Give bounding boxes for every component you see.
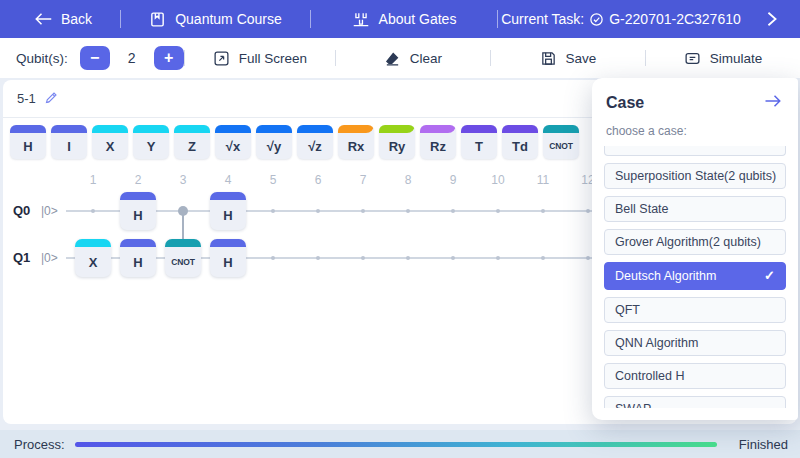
wire-dot bbox=[91, 209, 95, 213]
case-panel-title: Case bbox=[606, 94, 644, 112]
palette-gate-z[interactable]: Z bbox=[174, 125, 210, 159]
clear-button[interactable]: Clear bbox=[336, 38, 490, 78]
save-button[interactable]: Save bbox=[491, 38, 645, 78]
case-item-qft[interactable]: QFT bbox=[604, 297, 786, 323]
gate-label: H bbox=[10, 133, 46, 159]
case-item-partial[interactable] bbox=[604, 146, 786, 156]
task-label: Current Task: bbox=[501, 11, 584, 27]
app-header: Back Quantum Course About Gates Current … bbox=[0, 0, 800, 38]
circuit-gate-q1-col2[interactable]: H bbox=[120, 239, 156, 277]
case-list: Superposition State(2 qubits) Bell State… bbox=[604, 146, 786, 408]
current-task[interactable]: Current Task: G-220701-2C327610 bbox=[498, 0, 744, 38]
gate-color-strip bbox=[420, 125, 456, 133]
palette-gate-ry[interactable]: Ry bbox=[379, 125, 415, 159]
gate-label: H bbox=[210, 247, 246, 277]
gate-color-strip bbox=[120, 239, 156, 247]
edit-pencil-icon[interactable] bbox=[44, 90, 59, 108]
case-item-deutsch-selected[interactable]: Deutsch Algorithm ✓ bbox=[604, 262, 786, 290]
gate-color-strip bbox=[174, 125, 210, 133]
gate-color-strip bbox=[543, 125, 579, 133]
toolbar: Qubit(s): − 2 + Full Screen Clear Save S… bbox=[0, 38, 800, 78]
gates-chart-icon bbox=[352, 11, 370, 27]
wire-dot bbox=[586, 209, 590, 213]
case-item-bell-state[interactable]: Bell State bbox=[604, 196, 786, 222]
palette-gate-td[interactable]: Td bbox=[502, 125, 538, 159]
cnot-control-dot[interactable] bbox=[178, 206, 188, 216]
palette-gate-y[interactable]: Y bbox=[133, 125, 169, 159]
circuit-gate-q0-col4[interactable]: H bbox=[210, 192, 246, 230]
course-label: Quantum Course bbox=[175, 11, 282, 27]
gate-color-strip bbox=[120, 192, 156, 200]
gate-color-strip bbox=[210, 192, 246, 200]
eraser-icon bbox=[384, 50, 401, 67]
qubit-plus-button[interactable]: + bbox=[154, 46, 184, 70]
collapse-arrow-icon[interactable] bbox=[764, 94, 782, 112]
palette-gate-h[interactable]: H bbox=[10, 125, 46, 159]
gate-label: Rx bbox=[338, 133, 374, 159]
full-screen-button[interactable]: Full Screen bbox=[185, 38, 335, 78]
gate-label: H bbox=[120, 247, 156, 277]
chevron-right-icon bbox=[766, 11, 778, 27]
process-footer: Process: Finished bbox=[0, 430, 800, 458]
gate-color-strip bbox=[215, 125, 251, 133]
gate-color-strip bbox=[297, 125, 333, 133]
gate-label: Y bbox=[133, 133, 169, 159]
circuit-gate-q1-col3-cnot[interactable]: CNOT bbox=[165, 239, 201, 277]
gate-label: T bbox=[461, 133, 497, 159]
palette-gate-rx[interactable]: Rx bbox=[338, 125, 374, 159]
wire-dot bbox=[496, 209, 500, 213]
gate-label: H bbox=[210, 200, 246, 230]
back-button[interactable]: Back bbox=[0, 0, 120, 38]
qubit-ket-q0: |0> bbox=[41, 204, 58, 218]
column-number: 2 bbox=[116, 173, 160, 187]
progress-bar bbox=[75, 442, 717, 447]
palette-gate-t[interactable]: T bbox=[461, 125, 497, 159]
palette-gate-cnot[interactable]: CNOT bbox=[543, 125, 579, 159]
column-number: 4 bbox=[206, 173, 250, 187]
gate-label: √z bbox=[297, 133, 333, 159]
palette-gate-sqrt-x[interactable]: √x bbox=[215, 125, 251, 159]
gate-color-strip bbox=[92, 125, 128, 133]
task-next-button[interactable] bbox=[744, 0, 800, 38]
gate-label: H bbox=[120, 200, 156, 230]
palette-gate-x[interactable]: X bbox=[92, 125, 128, 159]
case-item-controlled-h[interactable]: Controlled H bbox=[604, 363, 786, 389]
qubit-label-q1: Q1 bbox=[13, 250, 30, 265]
column-number: 3 bbox=[161, 173, 205, 187]
simulate-label: Simulate bbox=[710, 51, 763, 66]
gate-color-strip bbox=[75, 239, 111, 247]
case-item-swap[interactable]: SWAP bbox=[604, 396, 786, 408]
wire-dot bbox=[361, 209, 365, 213]
case-item-grover[interactable]: Grover Algorithm(2 qubits) bbox=[604, 229, 786, 255]
palette-gate-sqrt-y[interactable]: √y bbox=[256, 125, 292, 159]
circuit-gate-q1-col1[interactable]: X bbox=[75, 239, 111, 277]
column-number: 8 bbox=[386, 173, 430, 187]
about-gates-label: About Gates bbox=[379, 11, 457, 27]
case-item-superposition[interactable]: Superposition State(2 qubits) bbox=[604, 163, 786, 189]
qubit-minus-button[interactable]: − bbox=[80, 46, 110, 70]
circuit-gate-q0-col2[interactable]: H bbox=[120, 192, 156, 230]
circuit-gate-q1-col4[interactable]: H bbox=[210, 239, 246, 277]
palette-gate-i[interactable]: I bbox=[51, 125, 87, 159]
column-number: 7 bbox=[341, 173, 385, 187]
task-check-circle-icon bbox=[589, 12, 604, 27]
simulate-button[interactable]: Simulate bbox=[646, 38, 800, 78]
progress-bar-fill bbox=[75, 442, 717, 447]
palette-gate-rz[interactable]: Rz bbox=[420, 125, 456, 159]
wire-dot bbox=[451, 256, 455, 260]
wire-dot bbox=[586, 256, 590, 260]
case-item-qnn[interactable]: QNN Algorithm bbox=[604, 330, 786, 356]
column-number: 1 bbox=[71, 173, 115, 187]
gate-label: Z bbox=[174, 133, 210, 159]
circuit-name: 5-1 bbox=[17, 91, 36, 106]
gate-label: X bbox=[75, 247, 111, 277]
quantum-course-button[interactable]: Quantum Course bbox=[121, 0, 310, 38]
column-number: 9 bbox=[431, 173, 475, 187]
palette-gate-sqrt-z[interactable]: √z bbox=[297, 125, 333, 159]
qubits-label: Qubit(s): bbox=[16, 51, 68, 66]
column-number: 6 bbox=[296, 173, 340, 187]
gate-label: X bbox=[92, 133, 128, 159]
gate-label: CNOT bbox=[165, 247, 201, 277]
about-gates-button[interactable]: About Gates bbox=[311, 0, 497, 38]
column-number: 10 bbox=[476, 173, 520, 187]
